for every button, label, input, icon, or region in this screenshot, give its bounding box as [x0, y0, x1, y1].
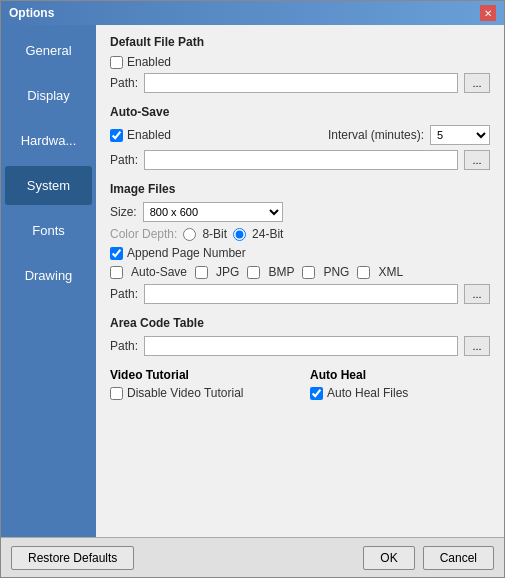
bit24-label: 24-Bit — [252, 227, 283, 241]
default-path-row: Path: ... — [110, 73, 490, 93]
auto-save-enabled-checkbox-row: Enabled — [110, 128, 171, 142]
xml-label: XML — [378, 265, 403, 279]
auto-save-interval-label: Interval (minutes): — [328, 128, 424, 142]
default-enabled-checkbox[interactable] — [110, 56, 123, 69]
bmp-checkbox[interactable] — [247, 266, 260, 279]
color-depth-row: Color Depth: 8-Bit 24-Bit — [110, 227, 490, 241]
image-path-row: Path: ... — [110, 284, 490, 304]
append-page-label: Append Page Number — [127, 246, 246, 260]
ok-cancel-group: OK Cancel — [363, 546, 494, 570]
png-label: PNG — [323, 265, 349, 279]
auto-save-enabled-row: Enabled Interval (minutes): 5 10 15 30 — [110, 125, 490, 145]
auto-save-title: Auto-Save — [110, 105, 490, 119]
close-button[interactable]: ✕ — [480, 5, 496, 21]
bmp-label: BMP — [268, 265, 294, 279]
cancel-button[interactable]: Cancel — [423, 546, 494, 570]
area-code-path-label: Path: — [110, 339, 138, 353]
auto-heal-title: Auto Heal — [310, 368, 490, 382]
bottom-bar: Restore Defaults OK Cancel — [1, 537, 504, 577]
image-autosave-checkbox[interactable] — [110, 266, 123, 279]
image-files-title: Image Files — [110, 182, 490, 196]
image-path-input[interactable] — [144, 284, 458, 304]
jpg-label: JPG — [216, 265, 239, 279]
video-tutorial-section: Video Tutorial Disable Video Tutorial — [110, 368, 290, 400]
default-path-input[interactable] — [144, 73, 458, 93]
area-code-browse-button[interactable]: ... — [464, 336, 490, 356]
auto-save-browse-button[interactable]: ... — [464, 150, 490, 170]
main-panel: Default File Path Enabled Path: ... Auto… — [96, 25, 504, 537]
bottom-sections: Video Tutorial Disable Video Tutorial Au… — [110, 368, 490, 400]
image-size-row: Size: 800 x 600 1024 x 768 1280 x 1024 — [110, 202, 490, 222]
bit8-radio[interactable] — [183, 228, 196, 241]
content-area: General Display Hardwa... System Fonts D… — [1, 25, 504, 537]
default-enabled-row: Enabled — [110, 55, 490, 69]
image-format-row: Auto-Save JPG BMP PNG XML — [110, 265, 490, 279]
image-browse-button[interactable]: ... — [464, 284, 490, 304]
auto-save-path-label: Path: — [110, 153, 138, 167]
window-title: Options — [9, 6, 54, 20]
auto-save-path-row: Path: AUTOSAVE ... — [110, 150, 490, 170]
auto-save-section: Auto-Save Enabled Interval (minutes): 5 … — [110, 105, 490, 170]
auto-heal-files-label: Auto Heal Files — [327, 386, 408, 400]
append-page-checkbox[interactable] — [110, 247, 123, 260]
auto-save-path-input[interactable]: AUTOSAVE — [144, 150, 458, 170]
auto-heal-section: Auto Heal Auto Heal Files — [310, 368, 490, 400]
sidebar-item-system[interactable]: System — [5, 166, 92, 205]
sidebar-item-display[interactable]: Display — [5, 76, 92, 115]
xml-checkbox[interactable] — [357, 266, 370, 279]
auto-save-interval-select[interactable]: 5 10 15 30 — [430, 125, 490, 145]
auto-heal-files-checkbox[interactable] — [310, 387, 323, 400]
default-file-path-section: Default File Path Enabled Path: ... — [110, 35, 490, 93]
ok-button[interactable]: OK — [363, 546, 414, 570]
image-files-section: Image Files Size: 800 x 600 1024 x 768 1… — [110, 182, 490, 304]
area-code-path-input[interactable]: AXWDDA1.XML — [144, 336, 458, 356]
area-code-title: Area Code Table — [110, 316, 490, 330]
auto-heal-files-row: Auto Heal Files — [310, 386, 490, 400]
video-tutorial-title: Video Tutorial — [110, 368, 290, 382]
png-checkbox[interactable] — [302, 266, 315, 279]
disable-video-checkbox[interactable] — [110, 387, 123, 400]
jpg-checkbox[interactable] — [195, 266, 208, 279]
bit8-label: 8-Bit — [202, 227, 227, 241]
options-window: Options ✕ General Display Hardwa... Syst… — [0, 0, 505, 578]
default-file-path-title: Default File Path — [110, 35, 490, 49]
image-path-label: Path: — [110, 287, 138, 301]
area-code-section: Area Code Table Path: AXWDDA1.XML ... — [110, 316, 490, 356]
bit24-radio[interactable] — [233, 228, 246, 241]
sidebar: General Display Hardwa... System Fonts D… — [1, 25, 96, 537]
sidebar-item-drawing[interactable]: Drawing — [5, 256, 92, 295]
sidebar-item-general[interactable]: General — [5, 31, 92, 70]
default-path-label: Path: — [110, 76, 138, 90]
disable-video-row: Disable Video Tutorial — [110, 386, 290, 400]
disable-video-label: Disable Video Tutorial — [127, 386, 244, 400]
default-enabled-label: Enabled — [127, 55, 171, 69]
area-code-path-row: Path: AXWDDA1.XML ... — [110, 336, 490, 356]
image-size-select[interactable]: 800 x 600 1024 x 768 1280 x 1024 — [143, 202, 283, 222]
default-browse-button[interactable]: ... — [464, 73, 490, 93]
color-depth-label: Color Depth: — [110, 227, 177, 241]
title-bar: Options ✕ — [1, 1, 504, 25]
auto-save-enabled-checkbox[interactable] — [110, 129, 123, 142]
image-autosave-label: Auto-Save — [131, 265, 187, 279]
append-page-row: Append Page Number — [110, 246, 490, 260]
image-size-label: Size: — [110, 205, 137, 219]
auto-save-enabled-label: Enabled — [127, 128, 171, 142]
sidebar-item-hardware[interactable]: Hardwa... — [5, 121, 92, 160]
restore-defaults-button[interactable]: Restore Defaults — [11, 546, 134, 570]
sidebar-item-fonts[interactable]: Fonts — [5, 211, 92, 250]
